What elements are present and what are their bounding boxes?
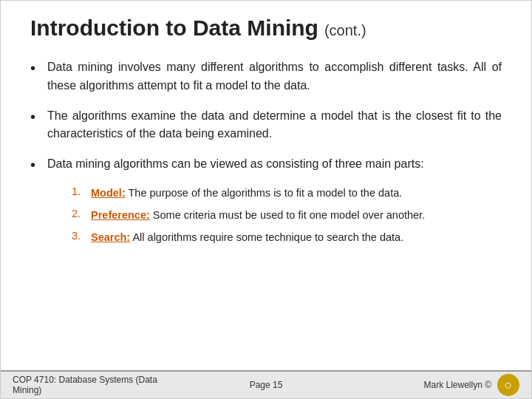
bullet-text-1: Data mining involves many different algo… — [47, 58, 502, 95]
num-body-1: The purpose of the algorithms is to fit … — [126, 187, 403, 199]
title-row: Introduction to Data Mining (cont.) — [30, 16, 502, 41]
bullet-text-3: Data mining algorithms can be viewed as … — [47, 155, 424, 174]
num-text-1: Model: The purpose of the algorithms is … — [91, 185, 402, 202]
bullet-1: • Data mining involves many different al… — [30, 58, 502, 95]
bullet-dot-2: • — [30, 109, 35, 126]
footer-right: Mark Llewellyn © ○ — [350, 374, 519, 396]
num-keyword-2: Preference: — [91, 209, 150, 221]
bullet-3: • Data mining algorithms can be viewed a… — [30, 155, 502, 174]
num-label-1: 1. — [72, 185, 85, 197]
num-text-2: Preference: Some criteria must be used t… — [91, 208, 425, 224]
logo-icon: ○ — [497, 374, 519, 396]
bullet-text-2: The algorithms examine the data and dete… — [47, 107, 502, 144]
slide-title-cont: (cont.) — [324, 22, 366, 39]
numbered-item-3: 3. Search: All algorithms require some t… — [72, 230, 502, 246]
num-label-2: 2. — [72, 208, 85, 219]
footer-course: COP 4710: Database Systems (Data Mining) — [13, 375, 182, 395]
num-keyword-1: Model: — [91, 187, 126, 199]
num-label-3: 3. — [72, 230, 85, 242]
numbered-item-1: 1. Model: The purpose of the algorithms … — [72, 185, 502, 202]
slide: Introduction to Data Mining (cont.) • Da… — [0, 0, 532, 399]
footer: COP 4710: Database Systems (Data Mining)… — [1, 370, 531, 398]
num-text-3: Search: All algorithms require some tech… — [91, 230, 403, 246]
footer-page: Page 15 — [182, 380, 351, 390]
bullet-2: • The algorithms examine the data and de… — [30, 107, 502, 144]
num-body-2: Some criteria must be used to fit one mo… — [150, 209, 425, 221]
bullet-dot-1: • — [30, 60, 35, 77]
slide-title: Introduction to Data Mining — [30, 16, 318, 41]
num-keyword-3: Search: — [91, 231, 130, 243]
footer-author: Mark Llewellyn © — [423, 380, 491, 390]
bullet-dot-3: • — [30, 157, 35, 174]
num-body-3: All algorithms require some technique to… — [130, 231, 403, 243]
main-content: Introduction to Data Mining (cont.) • Da… — [1, 1, 531, 370]
numbered-item-2: 2. Preference: Some criteria must be use… — [72, 208, 502, 224]
